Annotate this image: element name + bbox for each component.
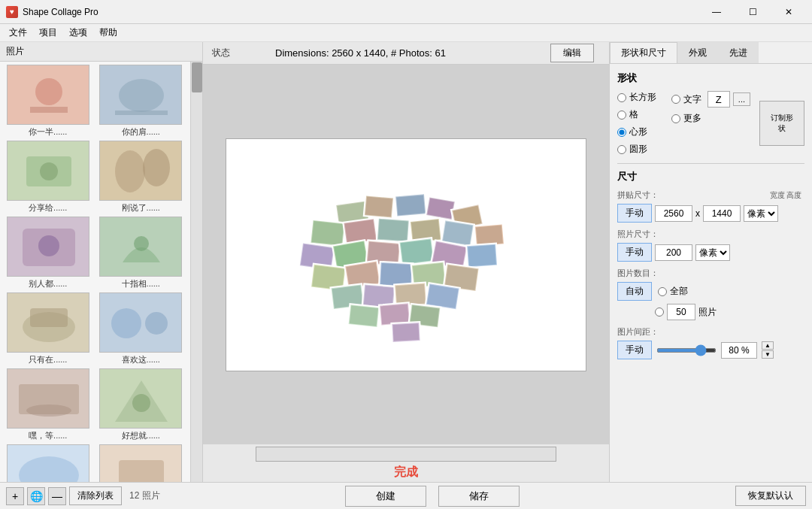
heart-collage xyxy=(248,150,564,360)
app-icon: ♥ xyxy=(6,6,18,18)
count-all-radio[interactable] xyxy=(658,287,667,296)
photo-label: 刚说了...... xyxy=(122,202,160,214)
photo-thumb[interactable] xyxy=(99,65,182,125)
menu-file[interactable]: 文件 xyxy=(3,25,33,41)
count-input[interactable] xyxy=(667,304,695,320)
count-all-label: 全部 xyxy=(670,285,688,298)
svg-rect-37 xyxy=(396,195,425,215)
bottom-center: 创建 储存 xyxy=(209,486,656,507)
shape-radio-rectangle[interactable] xyxy=(617,93,626,102)
tab-shape-size[interactable]: 形状和尺寸 xyxy=(610,42,677,63)
main-content: 照片 你一半...... 你的肩...... xyxy=(0,42,812,482)
photo-thumb[interactable] xyxy=(7,217,89,277)
save-button[interactable]: 储存 xyxy=(438,486,520,507)
divider-1 xyxy=(617,163,804,164)
svg-point-22 xyxy=(145,312,168,335)
tab-advanced[interactable]: 先进 xyxy=(718,42,759,63)
unit-select[interactable]: 像素 xyxy=(744,205,778,222)
collage-size-label: 拼贴尺寸： xyxy=(617,189,770,201)
shape-label-grid: 格 xyxy=(629,108,638,121)
reset-button[interactable]: 恢复默认认 xyxy=(735,486,806,506)
photos-header: 照片 xyxy=(0,42,202,62)
photo-thumb[interactable] xyxy=(7,65,89,125)
svg-rect-91 xyxy=(392,323,419,341)
svg-point-8 xyxy=(40,162,58,180)
list-item xyxy=(3,444,93,482)
photo-thumb[interactable] xyxy=(7,368,89,429)
width-input[interactable] xyxy=(655,205,692,222)
spacing-label: 图片间距： xyxy=(617,326,804,338)
photo-thumb[interactable] xyxy=(99,444,182,482)
count-number-radio[interactable] xyxy=(655,308,664,317)
svg-point-14 xyxy=(38,235,59,256)
collage-manual-button[interactable]: 手动 xyxy=(617,204,652,223)
spacing-up-button[interactable]: ▲ xyxy=(762,341,774,350)
canvas-area xyxy=(203,65,609,444)
height-input[interactable] xyxy=(703,205,741,222)
photo-thumb[interactable] xyxy=(99,292,182,353)
list-item: 你一半...... xyxy=(3,65,93,138)
bottom-right: 恢复默认认 xyxy=(656,486,806,506)
shape-radio-heart[interactable] xyxy=(617,128,626,137)
maximize-button[interactable]: ☐ xyxy=(735,0,770,24)
shape-radio-text[interactable] xyxy=(671,95,680,104)
custom-shape-button[interactable]: 订制形状 xyxy=(759,101,804,146)
canvas-frame xyxy=(226,138,586,371)
photo-thumb[interactable] xyxy=(99,368,182,429)
photo-thumb[interactable] xyxy=(99,141,182,201)
edit-button[interactable]: 编辑 xyxy=(550,44,594,62)
dots-button[interactable]: ... xyxy=(733,92,750,106)
shape-label-more: 更多 xyxy=(683,112,701,125)
photo-thumb[interactable] xyxy=(7,141,89,201)
photos-grid: 你一半...... 你的肩...... 分享给...... xyxy=(3,65,199,482)
create-button[interactable]: 创建 xyxy=(345,486,426,507)
photo-manual-button[interactable]: 手动 xyxy=(617,243,652,262)
photo-thumb[interactable] xyxy=(99,217,182,277)
list-item xyxy=(96,444,186,482)
bottom-bar: + 🌐 — 清除列表 12 照片 创建 储存 恢复默认认 xyxy=(0,482,812,509)
status-label: 状态 xyxy=(212,47,230,59)
photo-thumb[interactable] xyxy=(7,292,89,353)
progress-area: 完成 xyxy=(203,444,609,482)
svg-rect-43 xyxy=(312,221,344,245)
progress-bar xyxy=(256,447,556,462)
svg-point-4 xyxy=(119,79,164,112)
photo-count-label: 图片数目： xyxy=(617,268,804,279)
spacing-input[interactable] xyxy=(721,342,757,359)
shape-radio-grid[interactable] xyxy=(617,111,626,120)
close-button[interactable]: ✕ xyxy=(771,0,806,24)
menu-options[interactable]: 选项 xyxy=(63,25,93,41)
add-photo-button[interactable]: + xyxy=(6,487,24,505)
spacing-manual-button[interactable]: 手动 xyxy=(617,341,652,359)
photo-unit-select[interactable]: 像素 xyxy=(695,244,730,261)
list-item: 只有在...... xyxy=(3,292,93,365)
text-shape-input[interactable] xyxy=(707,91,730,108)
spacing-down-button[interactable]: ▼ xyxy=(762,350,774,359)
photo-size-input[interactable] xyxy=(655,244,692,261)
scrollbar-thumb[interactable] xyxy=(192,62,202,92)
scrollbar[interactable] xyxy=(190,62,202,482)
remove-photo-button[interactable]: — xyxy=(48,487,66,505)
web-photo-button[interactable]: 🌐 xyxy=(27,487,45,505)
spacing-slider[interactable] xyxy=(656,348,717,353)
photo-label: 十指相...... xyxy=(122,278,160,289)
height-label: 高度 xyxy=(786,190,801,201)
list-item: 嘿，等...... xyxy=(3,368,93,441)
photo-thumb[interactable] xyxy=(7,444,89,482)
menu-project[interactable]: 项目 xyxy=(33,25,63,41)
shape-radio-more[interactable] xyxy=(671,114,680,123)
minimize-button[interactable]: — xyxy=(699,0,734,24)
dimensions-text: Dimensions: 2560 x 1440, # Photos: 61 xyxy=(275,47,446,59)
list-item: 好想就...... xyxy=(96,368,186,441)
count-auto-button[interactable]: 自动 xyxy=(617,282,652,301)
shape-label-heart: 心形 xyxy=(629,126,647,138)
menu-help[interactable]: 帮助 xyxy=(93,25,123,41)
photo-label: 嘿，等...... xyxy=(29,430,67,441)
tab-appearance[interactable]: 外观 xyxy=(677,42,718,63)
shape-radio-circle[interactable] xyxy=(617,145,626,154)
clear-list-button[interactable]: 清除列表 xyxy=(69,486,122,505)
x-separator: x xyxy=(695,208,700,219)
svg-rect-87 xyxy=(380,304,409,324)
photos-unit-label: 照片 xyxy=(698,306,717,319)
center-panel: 状态 Dimensions: 2560 x 1440, # Photos: 61… xyxy=(203,42,609,482)
